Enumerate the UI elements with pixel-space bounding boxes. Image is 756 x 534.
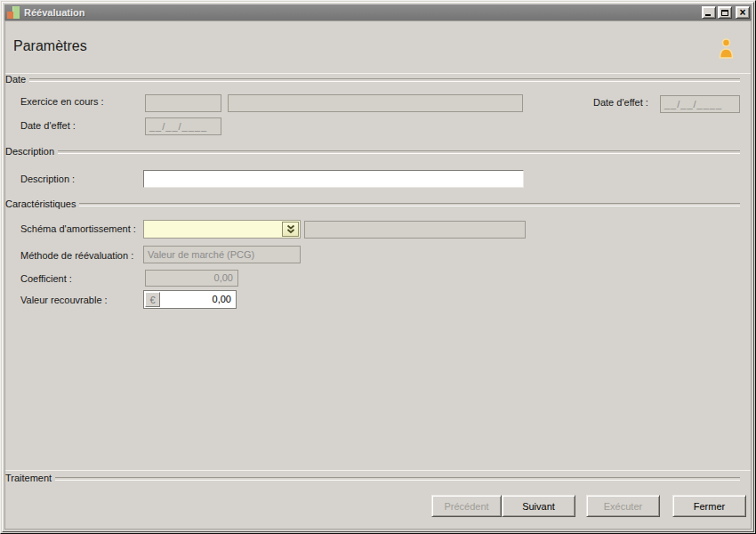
caracteristiques-legend-line xyxy=(79,203,740,206)
close-button[interactable]: × xyxy=(736,6,750,19)
window-controls: × xyxy=(702,6,750,19)
description-input[interactable] xyxy=(143,170,524,188)
app-icon-orange-bar xyxy=(7,12,13,19)
footer-separator xyxy=(5,470,751,471)
executer-button: Exécuter xyxy=(586,495,660,517)
schema-amortissement-combobox[interactable] xyxy=(143,220,301,239)
valeur-recouvrable-value: 0,00 xyxy=(213,294,231,304)
titlebar[interactable]: Réévaluation × xyxy=(4,4,752,20)
schema-combobox-value xyxy=(144,224,148,235)
date-effet-label: Date d'effet : xyxy=(20,120,76,131)
person-icon xyxy=(716,37,736,61)
precedent-button: Précédent xyxy=(431,495,502,517)
description-legend-label: Description xyxy=(5,146,54,157)
schema-detail-field xyxy=(304,221,526,239)
caracteristiques-legend-label: Caractéristiques xyxy=(5,198,76,209)
date-legend-label: Date xyxy=(5,74,26,85)
methode-reevaluation-label: Méthode de réévaluation : xyxy=(20,250,133,261)
date-effet-field[interactable]: __/__/____ xyxy=(145,117,221,135)
reevaluation-window: Réévaluation × Paramètres Date Exercice … xyxy=(0,0,756,534)
suivant-button[interactable]: Suivant xyxy=(502,495,575,517)
page-title: Paramètres xyxy=(13,38,87,54)
traitement-legend-line xyxy=(55,477,740,481)
description-group-legend: Description xyxy=(5,146,740,157)
valeur-recouvrable-field[interactable]: € 0,00 xyxy=(143,290,237,309)
double-chevron-down-icon xyxy=(286,224,296,235)
description-label: Description : xyxy=(20,174,75,184)
exercice-en-cours-label: Exercice en cours : xyxy=(20,96,104,107)
coefficient-label: Coefficient : xyxy=(20,273,72,284)
maximize-icon xyxy=(721,10,728,16)
description-legend-line xyxy=(58,150,740,154)
schema-amortissement-label: Schéma d'amortissement : xyxy=(20,223,136,234)
caracteristiques-group-legend: Caractéristiques xyxy=(5,198,740,209)
date-legend-line xyxy=(29,78,740,82)
minimize-icon xyxy=(705,14,711,16)
date-effet-right-field[interactable]: __/__/____ xyxy=(660,95,740,113)
euro-currency-button[interactable]: € xyxy=(145,292,160,307)
close-icon: × xyxy=(739,8,745,17)
minimize-button[interactable] xyxy=(702,6,716,19)
valeur-recouvrable-label: Valeur recouvrable : xyxy=(20,295,108,305)
methode-reevaluation-field: Valeur de marché (PCG) xyxy=(143,246,301,263)
window-title: Réévaluation xyxy=(24,7,702,18)
traitement-group-legend: Traitement xyxy=(5,473,740,483)
traitement-legend-label: Traitement xyxy=(5,473,52,483)
euro-icon: € xyxy=(149,295,155,305)
exercice-libelle-field xyxy=(228,94,523,112)
app-icon-green-bar xyxy=(12,6,20,19)
fermer-button[interactable]: Fermer xyxy=(672,495,746,517)
maximize-button[interactable] xyxy=(718,6,732,19)
exercice-code-field xyxy=(145,94,221,112)
app-bar-chart-icon xyxy=(7,6,20,20)
date-effet-right-label: Date d'effet : xyxy=(593,97,648,108)
date-group-legend: Date xyxy=(5,74,740,85)
combobox-dropdown-button[interactable] xyxy=(282,222,299,237)
coefficient-field: 0,00 xyxy=(145,270,238,287)
